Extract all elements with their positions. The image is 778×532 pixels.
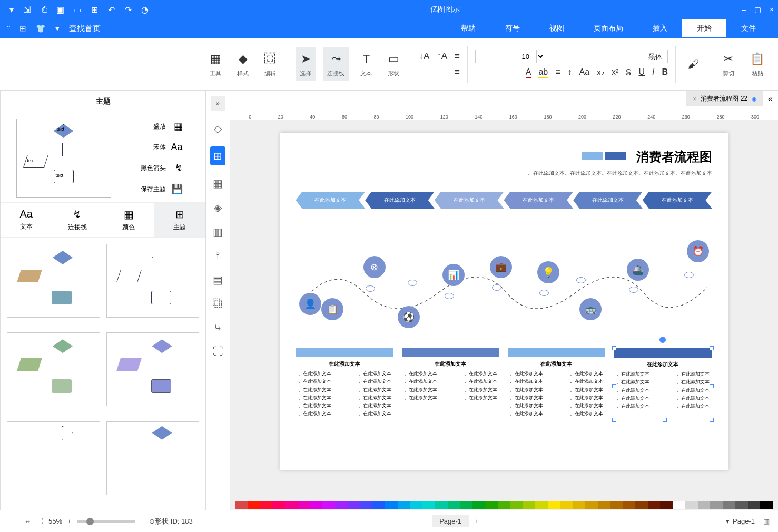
zoom-slider[interactable] bbox=[77, 520, 135, 523]
resize-handle[interactable] bbox=[612, 384, 616, 388]
node-bulb-icon[interactable]: 💡 bbox=[537, 261, 559, 283]
select-group[interactable]: ➤选择 bbox=[296, 47, 316, 81]
tab-file[interactable]: 文件 bbox=[726, 19, 771, 37]
color-swatch[interactable] bbox=[472, 501, 485, 509]
page-list-icon[interactable]: ▥ bbox=[763, 517, 770, 525]
color-swatch[interactable] bbox=[348, 501, 360, 509]
color-swatch[interactable] bbox=[498, 501, 510, 509]
zoom-fit-icon[interactable]: ⊙ bbox=[149, 517, 155, 525]
color-swatch[interactable] bbox=[648, 501, 661, 509]
color-swatch[interactable] bbox=[735, 501, 748, 509]
color-swatch[interactable] bbox=[548, 501, 560, 509]
add-page-button[interactable]: + bbox=[474, 517, 478, 525]
panel-tab-text[interactable]: Aa文本 bbox=[1, 203, 52, 237]
strike-icon[interactable]: S̶ bbox=[626, 67, 631, 78]
arrow-2[interactable]: 在此添加文本 bbox=[573, 192, 643, 209]
color-swatch[interactable] bbox=[623, 501, 635, 509]
superscript-icon[interactable]: x² bbox=[612, 67, 618, 78]
color-swatch[interactable] bbox=[760, 501, 773, 509]
color-swatch[interactable] bbox=[410, 501, 422, 509]
color-swatch[interactable] bbox=[535, 501, 548, 509]
color-swatch[interactable] bbox=[310, 501, 322, 509]
bold-icon[interactable]: B bbox=[662, 67, 668, 78]
color-swatch[interactable] bbox=[560, 501, 573, 509]
paste-group[interactable]: 📋粘贴 bbox=[746, 47, 769, 81]
color-swatch[interactable] bbox=[748, 501, 761, 509]
tab-help[interactable]: 帮助 bbox=[446, 19, 490, 37]
subscript-icon[interactable]: x₂ bbox=[597, 67, 604, 78]
node-chart-icon[interactable]: 📊 bbox=[442, 264, 465, 286]
theme-thumb[interactable] bbox=[106, 244, 200, 318]
edit-group[interactable]: ⿴编辑 bbox=[260, 47, 280, 81]
fit-icon[interactable]: ⛶ bbox=[213, 346, 223, 358]
more-icon[interactable]: ▾ bbox=[4, 5, 14, 14]
tab-insert[interactable]: 插入 bbox=[638, 19, 682, 37]
arrow-3[interactable]: 在此添加文本 bbox=[504, 192, 573, 209]
close-tab-icon[interactable]: × bbox=[693, 95, 696, 103]
italic-icon[interactable]: I bbox=[652, 67, 654, 78]
minimize-button[interactable]: – bbox=[742, 5, 746, 14]
canvas-viewport[interactable]: 消费者流程图 在此添加文本。在此添加文本。在此添加文本。在此添加文本。在此添加文… bbox=[230, 120, 778, 499]
column-3[interactable]: 在此添加文本 在此添加文本。在此添加文本。在此添加文本。在此添加文本。在此添加文… bbox=[402, 348, 499, 420]
node-clipboard-icon[interactable]: 📋 bbox=[321, 298, 343, 320]
connector-group[interactable]: ⤳连接线 bbox=[323, 47, 349, 81]
chevron-up-icon[interactable]: ˆ bbox=[7, 24, 10, 33]
text-group[interactable]: T文本 bbox=[356, 47, 376, 81]
color-swatch[interactable] bbox=[635, 501, 648, 509]
resize-handle[interactable] bbox=[663, 418, 667, 422]
maximize-button[interactable]: ▢ bbox=[754, 5, 761, 14]
color-swatch[interactable] bbox=[398, 501, 410, 509]
dropdown-icon[interactable]: ▾ bbox=[55, 24, 60, 33]
panel-tab-connector[interactable]: ↯连接线 bbox=[52, 203, 103, 237]
rotate-handle[interactable] bbox=[659, 337, 666, 343]
flow-icon[interactable]: ⤷ bbox=[213, 321, 222, 334]
picker-icon[interactable]: ◇ bbox=[214, 122, 222, 135]
page-tab[interactable]: Page-1 bbox=[432, 515, 469, 527]
theme-thumb[interactable] bbox=[106, 332, 200, 406]
font-color-icon[interactable]: A bbox=[526, 67, 531, 78]
export-icon[interactable]: ⇲ bbox=[21, 5, 31, 14]
page-subtitle[interactable]: 在此添加文本。在此添加文本。在此添加文本。在此添加文本。在此添加文本。 bbox=[296, 170, 712, 177]
effects-row[interactable]: ▦盛放 bbox=[119, 121, 183, 132]
collapse-icon[interactable]: « bbox=[211, 96, 225, 111]
zoom-percent[interactable]: 55% bbox=[48, 517, 62, 525]
resize-handle[interactable] bbox=[710, 346, 714, 350]
save-icon[interactable]: ▣ bbox=[55, 5, 64, 14]
color-swatch[interactable] bbox=[422, 501, 435, 509]
tab-symbol[interactable]: 符号 bbox=[490, 19, 535, 37]
theme-thumb[interactable] bbox=[7, 421, 100, 495]
color-swatch[interactable] bbox=[448, 501, 460, 509]
theme-thumb[interactable] bbox=[7, 332, 100, 406]
line-row[interactable]: ↯黑色箭头 bbox=[119, 162, 183, 174]
folder-icon[interactable]: ▭ bbox=[72, 5, 81, 14]
align-left-icon[interactable]: ≡ bbox=[455, 67, 460, 77]
add-icon[interactable]: ⊞ bbox=[88, 5, 98, 14]
color-swatch[interactable] bbox=[322, 501, 335, 509]
font-row[interactable]: Aa宋体 bbox=[119, 142, 183, 153]
fullscreen-icon[interactable]: ⛶ bbox=[36, 517, 43, 525]
color-swatch[interactable] bbox=[460, 501, 472, 509]
resize-handle[interactable] bbox=[710, 384, 714, 388]
color-swatch[interactable] bbox=[573, 501, 585, 509]
sitemap-icon[interactable]: ⿻ bbox=[213, 298, 223, 310]
color-swatch[interactable] bbox=[710, 501, 723, 509]
font-grow-icon[interactable]: A↑ bbox=[437, 51, 447, 62]
column-2[interactable]: 在此添加文本 在此添加文本。在此添加文本。在此添加文本。在此添加文本。在此添加文… bbox=[508, 348, 605, 420]
color-swatch[interactable] bbox=[248, 501, 260, 509]
node-ball-icon[interactable]: ⚽ bbox=[398, 306, 420, 328]
redo-icon[interactable]: ↷ bbox=[122, 5, 132, 14]
node-briefcase-icon[interactable]: 💼 bbox=[490, 256, 512, 278]
color-swatch[interactable] bbox=[723, 501, 735, 509]
spacing-icon[interactable]: ↕ bbox=[568, 67, 572, 78]
table-icon[interactable]: ▥ bbox=[213, 225, 223, 238]
color-swatch[interactable] bbox=[385, 501, 398, 509]
color-swatch[interactable] bbox=[685, 501, 698, 509]
calendar-icon[interactable]: ▤ bbox=[213, 273, 223, 286]
page-title[interactable]: 消费者流程图 bbox=[636, 149, 712, 165]
image-icon[interactable]: ▦ bbox=[213, 177, 223, 190]
color-swatch[interactable] bbox=[372, 501, 385, 509]
arrow-6[interactable]: 在此添加文本 bbox=[296, 192, 365, 209]
theme-thumb[interactable] bbox=[7, 244, 100, 318]
tshirt-icon[interactable]: 👕 bbox=[36, 24, 46, 33]
highlight-icon[interactable]: ab bbox=[538, 67, 548, 78]
